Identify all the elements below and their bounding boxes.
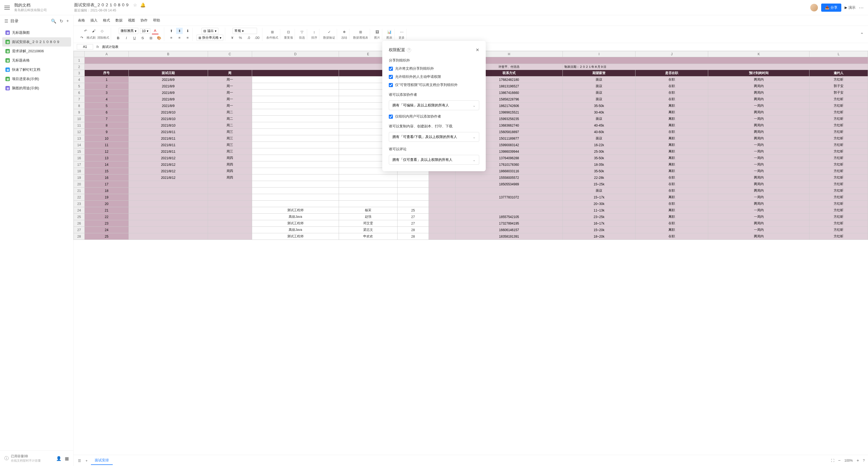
table-cell[interactable]: 15~20k [563,227,636,233]
undo-button[interactable]: ↶ [83,28,89,34]
table-cell[interactable]: 测试工程师 [252,220,339,227]
table-cell[interactable]: 在职 [636,181,708,188]
data-validation-button[interactable]: ✓ [326,29,333,35]
table-cell[interactable]: 离职 [636,161,708,168]
table-cell[interactable]: 8 [85,122,129,129]
info-icon[interactable]: ⓘ [4,456,9,461]
table-cell[interactable]: 2021/8/9 [128,76,208,83]
modal-help-icon[interactable]: ? [407,48,411,52]
fullscreen-icon[interactable]: ⛶ [831,459,834,462]
align-center-button[interactable]: ≡ [176,35,183,41]
table-cell[interactable]: 梁志文 [339,227,398,233]
table-cell[interactable]: 9 [85,129,129,135]
table-cell[interactable] [128,214,208,220]
currency-button[interactable]: ¥ [229,35,236,41]
table-cell[interactable]: 13777831072 [456,194,563,200]
table-cell[interactable]: 面议 [563,96,636,103]
table-cell[interactable] [208,233,252,240]
table-cell[interactable] [252,109,339,116]
table-cell[interactable]: 1 [85,76,129,83]
table-cell[interactable] [252,76,339,83]
table-cell[interactable]: 18505534989 [456,181,563,188]
formula-display[interactable]: 面试计划表 [102,44,118,49]
column-header[interactable]: C [208,51,252,57]
table-cell[interactable]: 2021/8/11 [128,142,208,148]
table-cell[interactable]: 周三 [208,135,252,142]
table-cell[interactable]: 离职 [636,135,708,142]
table-cell[interactable] [456,188,563,194]
table-cell[interactable]: 两周内 [708,122,809,129]
column-header[interactable]: J [636,51,708,57]
table-cell[interactable] [208,220,252,227]
table-cell[interactable] [128,207,208,214]
table-cell[interactable]: 一周内 [708,103,809,109]
table-cell[interactable]: 2021/8/9 [128,96,208,103]
table-cell[interactable]: 在职 [636,233,708,240]
table-cell[interactable]: 2021/8/11 [128,135,208,142]
duplicate-button[interactable]: ⊡ [285,29,292,35]
row-header[interactable]: 5 [74,83,85,90]
table-cell[interactable] [429,214,456,220]
table-cell[interactable]: 12 [85,148,129,155]
table-cell[interactable]: 40-60k [563,129,636,135]
table-cell[interactable] [128,227,208,233]
row-header[interactable]: 12 [74,129,85,135]
table-cell[interactable]: 方红昕 [809,207,868,214]
sidebar-item[interactable]: ▦无标题表格 [2,56,71,65]
decimal-dec-button[interactable]: .0 [245,35,252,41]
table-cell[interactable] [252,103,339,109]
row-header[interactable]: 15 [74,148,85,155]
border-button[interactable]: ⊞ [148,35,154,41]
table-cell[interactable]: 周四 [208,155,252,161]
menu-item[interactable]: 插入 [90,18,97,23]
table-cell[interactable]: 15 [85,168,129,175]
table-cell[interactable]: 两周内 [708,76,809,83]
select-all-corner[interactable] [74,51,85,57]
table-cell[interactable]: 面议 [563,76,636,83]
table-cell[interactable]: 两周内 [708,83,809,90]
table-cell[interactable]: 周四 [208,175,252,181]
row-header[interactable]: 3 [74,70,85,76]
column-header[interactable]: B [128,51,208,57]
table-cell[interactable]: 16 [85,175,129,181]
table-cell[interactable] [252,96,339,103]
table-cell[interactable]: 郭子安 [809,83,868,90]
number-format-select[interactable]: 常规 ▾ [232,28,257,34]
table-cell[interactable]: 35-50k [563,168,636,175]
table-cell[interactable] [252,90,339,96]
table-cell[interactable]: 两周内 [708,129,809,135]
table-cell[interactable]: 面议 [563,188,636,194]
table-cell[interactable]: 18~20k [563,233,636,240]
table-cell[interactable]: 两周内 [708,220,809,227]
menu-item[interactable]: 数据 [116,18,123,23]
valign-top-button[interactable]: ⬆ [168,28,175,34]
row-header[interactable]: 11 [74,122,85,129]
add-icon[interactable]: + [66,19,69,24]
row-header[interactable]: 17 [74,161,85,168]
clear-format-button[interactable]: ◇ [99,28,105,34]
table-cell[interactable]: 18557542105 [456,214,563,220]
sidebar-item[interactable]: ▦项目进度表(示例) [2,74,71,84]
close-icon[interactable]: ✕ [476,48,479,53]
table-cell[interactable]: 3 [85,90,129,96]
row-header[interactable]: 6 [74,90,85,96]
table-cell[interactable]: 方红昕 [809,116,868,122]
table-cell[interactable]: 周三 [208,148,252,155]
table-cell[interactable]: 在职 [636,96,708,103]
table-cell[interactable] [252,161,339,168]
row-header[interactable]: 25 [74,214,85,220]
table-cell[interactable] [252,122,339,129]
row-header[interactable]: 8 [74,103,85,109]
table-cell[interactable]: 22 [85,214,129,220]
menu-item[interactable]: 协作 [141,18,148,23]
table-cell[interactable]: 14 [85,161,129,168]
table-cell[interactable]: 2021/8/11 [128,148,208,155]
table-cell[interactable] [429,188,456,194]
sheet-tab-active[interactable]: 面试安排 [91,456,113,465]
table-cell[interactable]: 方红昕 [809,76,868,83]
fill-color-button[interactable]: 🎨 [156,35,162,41]
table-cell[interactable]: 一周内 [708,168,809,175]
table-cell[interactable]: 17327894195 [456,220,563,227]
image-button[interactable]: 🖼 [374,29,380,35]
select-add-collaborator[interactable]: 拥有「可编辑」及以上权限的所有人⌄ [389,100,479,110]
